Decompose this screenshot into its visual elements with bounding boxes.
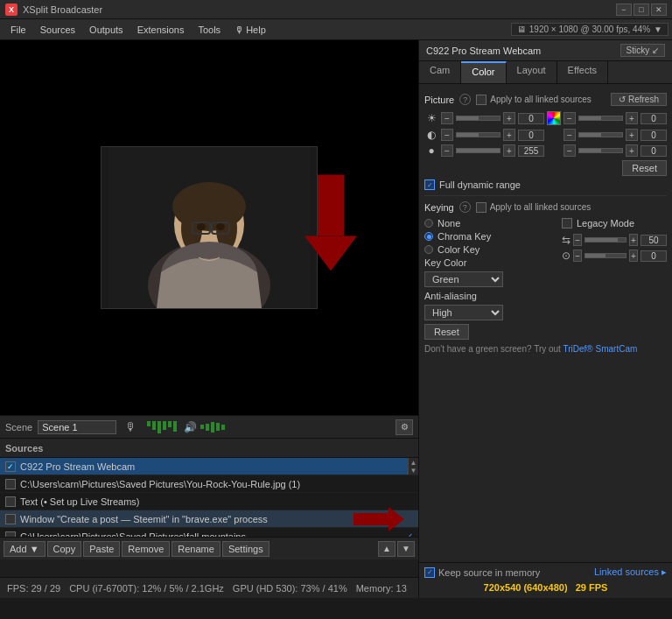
key-color-select[interactable]: Green Blue Custom [424, 271, 503, 287]
brightness-minus[interactable]: − [441, 112, 453, 124]
keying-apply-checkbox[interactable] [476, 202, 486, 213]
menu-sources[interactable]: Sources [33, 23, 82, 37]
knob2-value[interactable] [640, 250, 667, 262]
brightness-right-track[interactable] [578, 116, 623, 121]
source-checkbox-3[interactable] [5, 496, 16, 507]
keying-chroma-row[interactable]: Chroma Key [424, 231, 556, 242]
saturation-right-value[interactable] [640, 145, 667, 157]
paste-source-button[interactable]: Paste [83, 541, 120, 557]
scene-input[interactable] [38, 420, 116, 434]
source-checkbox-5[interactable] [5, 531, 16, 538]
source-item-2[interactable]: C:\Users\carn\Pictures\Saved Pictures\Yo… [0, 475, 418, 493]
contrast-value[interactable] [518, 130, 544, 141]
move-down-button[interactable]: ▼ [397, 541, 415, 557]
contrast-right-track[interactable] [578, 132, 623, 137]
menu-outputs[interactable]: Outputs [82, 23, 130, 37]
brightness-plus[interactable]: + [503, 112, 515, 124]
menu-tools[interactable]: Tools [191, 23, 228, 37]
source-checkbox-4[interactable] [5, 514, 16, 524]
contrast-minus[interactable]: − [441, 129, 453, 141]
rename-source-button[interactable]: Rename [172, 541, 220, 557]
keying-reset-button[interactable]: Reset [424, 324, 469, 340]
knob1-value[interactable] [640, 235, 667, 246]
picture-reset-button[interactable]: Reset [622, 160, 667, 176]
webcam-preview [101, 146, 318, 309]
keying-none-radio[interactable] [424, 219, 433, 228]
picture-section-header: Picture ? Apply to all linked sources ↺ … [424, 93, 667, 106]
brightness-value[interactable] [518, 113, 544, 124]
restore-button[interactable]: □ [634, 4, 649, 16]
source-item-4[interactable]: Window "Create a post — Steemit" in "bra… [0, 510, 418, 528]
keep-source-checkbox[interactable]: ✓ [424, 567, 435, 578]
knob1-track[interactable] [584, 237, 626, 243]
knob2-plus[interactable]: + [629, 250, 638, 262]
contrast-track[interactable] [456, 132, 500, 137]
knob2-track[interactable] [584, 253, 626, 258]
brightness-track[interactable] [456, 116, 500, 121]
app-title: XSplit Broadcaster [23, 4, 614, 15]
saturation-track[interactable] [456, 148, 500, 153]
saturation-right-track[interactable] [578, 148, 623, 153]
saturation-value[interactable] [518, 145, 544, 157]
copy-source-button[interactable]: Copy [47, 541, 82, 557]
sticky-button[interactable]: Sticky ↙ [620, 44, 665, 57]
saturation-right-minus[interactable]: − [564, 144, 576, 157]
minimize-button[interactable]: − [616, 4, 632, 16]
contrast-plus[interactable]: + [503, 129, 515, 141]
settings-source-button[interactable]: Settings [222, 541, 270, 557]
keying-options-col: None Chroma Key Color Key [424, 218, 556, 340]
tridef-link[interactable]: TriDef® SmartCam [564, 344, 638, 354]
tab-color[interactable]: Color [461, 61, 506, 83]
title-bar: X XSplit Broadcaster − □ ✕ [0, 0, 672, 19]
saturation-minus[interactable]: − [441, 144, 453, 157]
apply-all-label: Apply to all linked sources [490, 95, 592, 104]
add-source-button[interactable]: Add ▼ [4, 541, 46, 557]
keying-none-label: None [438, 218, 460, 229]
keying-help-icon[interactable]: ? [459, 201, 471, 213]
tab-effects[interactable]: Effects [557, 61, 608, 83]
resolution-display[interactable]: 🖥 1920 × 1080 @ 30.00 fps, 44% ▼ [511, 23, 668, 36]
sources-list[interactable]: ✓ C922 Pro Stream Webcam ▲ ▼ C:\Users\ca… [0, 458, 418, 537]
source-label-5: C:\Users\carn\Pictures\Saved Pictures\fa… [20, 531, 406, 538]
contrast-right-value[interactable] [640, 130, 667, 141]
tip-text: Don't have a green screen? Try out TriDe… [424, 343, 667, 355]
saturation-plus[interactable]: + [503, 144, 515, 157]
knob1-plus[interactable]: + [629, 234, 638, 246]
source-checkbox-1[interactable]: ✓ [5, 461, 16, 472]
brightness-right-value[interactable] [640, 113, 667, 124]
keying-color-radio[interactable] [424, 245, 433, 254]
tab-layout[interactable]: Layout [507, 61, 557, 83]
remove-source-button[interactable]: Remove [122, 541, 170, 557]
anti-alias-select[interactable]: Low Medium High [424, 305, 503, 320]
apply-all-checkbox[interactable] [476, 95, 486, 105]
knob2-minus[interactable]: − [573, 250, 582, 262]
keying-chroma-radio[interactable] [424, 232, 433, 241]
source-item-1[interactable]: ✓ C922 Pro Stream Webcam ▲ ▼ [0, 458, 418, 475]
color-wheel-button[interactable] [547, 111, 561, 125]
menu-extensions[interactable]: Extensions [130, 23, 192, 37]
full-range-checkbox[interactable]: ✓ [424, 179, 435, 190]
tab-cam[interactable]: Cam [419, 61, 461, 83]
linked-sources-link[interactable]: Linked sources ▸ [594, 566, 667, 578]
refresh-button[interactable]: ↺ Refresh [611, 93, 667, 106]
menu-help[interactable]: 🎙Help [228, 23, 273, 37]
legacy-mode-checkbox[interactable] [562, 218, 572, 229]
picture-help-icon[interactable]: ? [459, 94, 471, 105]
brightness-right-minus[interactable]: − [564, 112, 576, 124]
contrast-right-minus[interactable]: − [564, 129, 576, 141]
source-checkbox-2[interactable] [5, 479, 16, 489]
brightness-row: ☀ − + − + [424, 111, 667, 125]
move-up-button[interactable]: ▲ [378, 541, 396, 557]
knob1-minus[interactable]: − [573, 234, 582, 246]
contrast-right-plus[interactable]: + [626, 129, 638, 141]
close-button[interactable]: ✕ [651, 4, 667, 16]
scene-settings-button[interactable]: ⚙ [396, 419, 413, 435]
brightness-right-plus[interactable]: + [626, 112, 638, 124]
panel-tabs: Cam Color Layout Effects [419, 61, 672, 84]
keying-none-row[interactable]: None [424, 218, 556, 229]
source-item-5[interactable]: C:\Users\carn\Pictures\Saved Pictures\fa… [0, 528, 418, 537]
saturation-right-plus[interactable]: + [626, 144, 638, 157]
keying-color-row[interactable]: Color Key [424, 244, 556, 255]
menu-file[interactable]: File [4, 23, 33, 37]
mic-icon: 🎙 [125, 420, 136, 433]
